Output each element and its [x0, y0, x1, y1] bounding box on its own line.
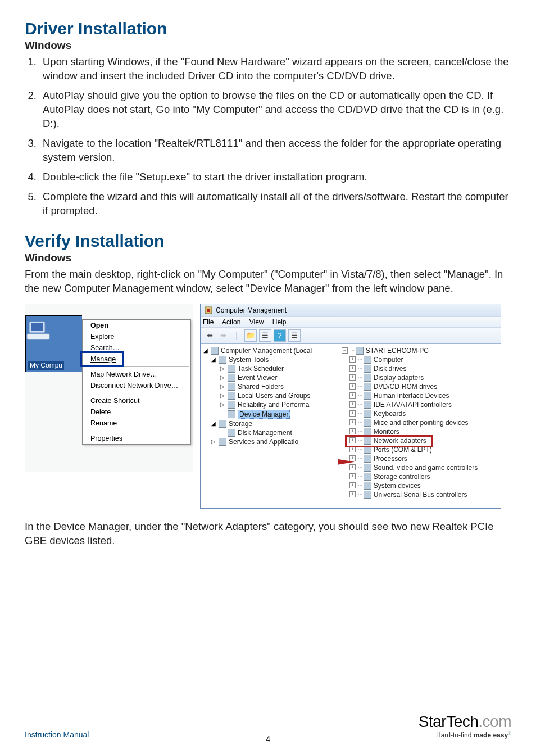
device-category-ide-ata-atapi-controllers[interactable]: +⋯IDE ATA/ATAPI controllers	[342, 400, 498, 409]
ctx-delete[interactable]: Delete	[83, 406, 190, 418]
expander-icon[interactable]: ▷	[220, 384, 225, 390]
device-category-display-adapters[interactable]: +⋯Display adapters	[342, 373, 498, 382]
device-category-label: IDE ATA/ATAPI controllers	[374, 401, 452, 409]
svg-rect-1	[31, 323, 43, 331]
tree-item-task-scheduler[interactable]: ▷Task Scheduler	[203, 364, 337, 373]
step-5: Complete the wizard and this will automa…	[39, 190, 511, 218]
help-icon[interactable]: ?	[274, 329, 286, 342]
tree-item-device-manager[interactable]: Device Manager	[203, 409, 337, 419]
expand-box-icon[interactable]: +	[349, 419, 356, 425]
expander-icon[interactable]: ◢	[211, 421, 216, 427]
tree-connector-icon: ⋯	[358, 375, 361, 380]
device-category-label: System devices	[374, 482, 421, 490]
device-category-sound-video-and-game-controllers[interactable]: +⋯Sound, video and game controllers	[342, 463, 498, 472]
ctx-disconnect-drive[interactable]: Disconnect Network Drive…	[83, 380, 190, 391]
tree-item-label: Storage	[229, 420, 252, 428]
ctx-create-shortcut[interactable]: Create Shortcut	[83, 395, 190, 406]
expander-icon[interactable]: ▷	[220, 393, 225, 399]
device-category-universal-serial-bus-controllers[interactable]: +⋯Universal Serial Bus controllers	[342, 490, 498, 499]
expand-box-icon[interactable]: +	[349, 455, 356, 461]
expand-box-icon[interactable]: +	[349, 428, 356, 434]
tree-item-system-tools[interactable]: ◢System Tools	[203, 355, 337, 364]
list-icon[interactable]: ☰	[288, 329, 301, 342]
device-category-ports-com-lpt-[interactable]: +⋯Ports (COM & LPT)	[342, 445, 498, 454]
tree-item-event-viewer[interactable]: ▷Event Viewer	[203, 373, 337, 382]
expand-box-icon[interactable]: −	[342, 347, 348, 354]
tool-icon	[211, 347, 219, 355]
ide-icon	[364, 401, 371, 409]
expand-box-icon[interactable]: +	[349, 473, 356, 479]
device-category-human-interface-devices[interactable]: +⋯Human Interface Devices	[342, 391, 498, 400]
device-category-label: Universal Serial Bus controllers	[374, 491, 467, 499]
heading-driver-installation: Driver Installation	[25, 19, 511, 38]
expander-icon[interactable]: ◢	[211, 357, 216, 363]
port-icon	[364, 446, 371, 454]
expand-box-icon[interactable]: +	[349, 356, 356, 363]
device-category-label: Disk drives	[374, 365, 407, 373]
expand-box-icon[interactable]: +	[349, 410, 356, 417]
device-category-disk-drives[interactable]: +⋯Disk drives	[342, 364, 498, 373]
menu-help[interactable]: Help	[272, 318, 287, 326]
device-category-keyboards[interactable]: +⋯Keyboards	[342, 409, 498, 418]
tree-item-label: Local Users and Groups	[238, 392, 310, 400]
ctx-map-drive[interactable]: Map Network Drive…	[83, 369, 190, 380]
expand-box-icon[interactable]: +	[349, 392, 356, 399]
up-icon[interactable]: 📁	[244, 329, 257, 342]
tree-item-disk-management[interactable]: Disk Management	[203, 428, 337, 437]
tree-item-shared-folders[interactable]: ▷Shared Folders	[203, 382, 337, 391]
expand-box-icon[interactable]: +	[349, 491, 356, 497]
forward-icon[interactable]: ➡	[217, 330, 229, 341]
tree-item-services-and-applicatio[interactable]: ▷Services and Applicatio	[203, 437, 337, 446]
screenshot-computer-management: Computer Management File Action View Hel…	[200, 304, 501, 509]
expander-icon[interactable]: ▷	[220, 375, 225, 381]
device-category-system-devices[interactable]: +⋯System devices	[342, 481, 498, 490]
ctx-open[interactable]: Open	[83, 320, 190, 331]
back-icon[interactable]: ⬅	[204, 330, 215, 341]
users-icon	[228, 392, 235, 400]
expand-box-icon[interactable]: +	[349, 401, 356, 408]
tree-item-label: Device Manager	[238, 410, 290, 419]
expand-box-icon[interactable]: +	[349, 383, 356, 390]
tree-item-reliability-and-performa[interactable]: ▷Reliability and Performa	[203, 400, 337, 409]
device-category-label: STARTECHCOM-PC	[366, 347, 429, 355]
menu-file[interactable]: File	[203, 318, 214, 326]
expand-box-icon[interactable]: +	[349, 446, 356, 452]
device-category-monitors[interactable]: +⋯Monitors	[342, 427, 498, 436]
disk-icon	[228, 429, 235, 437]
device-category-processors[interactable]: +⋯Processors	[342, 454, 498, 463]
ctx-rename[interactable]: Rename	[83, 418, 190, 429]
device-category-mice-and-other-pointing-devices[interactable]: +⋯Mice and other pointing devices	[342, 418, 498, 427]
device-category-dvd-cd-rom-drives[interactable]: +⋯DVD/CD-ROM drives	[342, 382, 498, 391]
expand-box-icon[interactable]: +	[349, 437, 356, 443]
device-category-network-adapters[interactable]: +⋯Network adapters	[342, 436, 498, 445]
ctx-explore[interactable]: Explore	[83, 331, 190, 342]
expand-box-icon[interactable]: +	[349, 482, 356, 488]
menu-action[interactable]: Action	[222, 318, 240, 326]
dvd-icon	[364, 383, 371, 391]
expander-icon[interactable]: ▷	[220, 366, 225, 372]
expander-icon[interactable]: ▷	[220, 402, 225, 408]
expand-box-icon[interactable]: +	[349, 374, 356, 381]
expand-box-icon[interactable]: +	[349, 464, 356, 470]
expander-icon[interactable]: ▷	[211, 439, 216, 445]
expander-icon[interactable]: ◢	[203, 348, 208, 354]
device-category-storage-controllers[interactable]: +⋯Storage controllers	[342, 472, 498, 481]
storage-icon	[219, 420, 226, 428]
ctx-search[interactable]: Search…	[83, 342, 190, 354]
tree-item-storage[interactable]: ◢Storage	[203, 419, 337, 428]
tree-item-local-users-and-groups[interactable]: ▷Local Users and Groups	[203, 391, 337, 400]
ctx-manage[interactable]: Manage	[83, 354, 121, 365]
svg-rect-4	[207, 309, 210, 312]
device-category-computer[interactable]: +⋯Computer	[342, 355, 498, 364]
device-category-label: Human Interface Devices	[374, 392, 449, 400]
right-click-menu: Open Explore Search… Manage Map Network …	[82, 319, 191, 445]
step-1: Upon starting Windows, if the "Found New…	[39, 55, 511, 83]
device-category-startechcom-pc[interactable]: −⋯STARTECHCOM-PC	[342, 346, 498, 355]
properties-icon[interactable]: ☰	[259, 329, 271, 342]
ctx-properties[interactable]: Properties	[83, 433, 190, 444]
heading-verify-installation: Verify Installation	[25, 232, 511, 251]
page-number: 4	[0, 734, 536, 744]
menu-view[interactable]: View	[249, 318, 264, 326]
tree-item-computer-management-local[interactable]: ◢Computer Management (Local	[203, 346, 337, 355]
expand-box-icon[interactable]: +	[349, 365, 356, 372]
